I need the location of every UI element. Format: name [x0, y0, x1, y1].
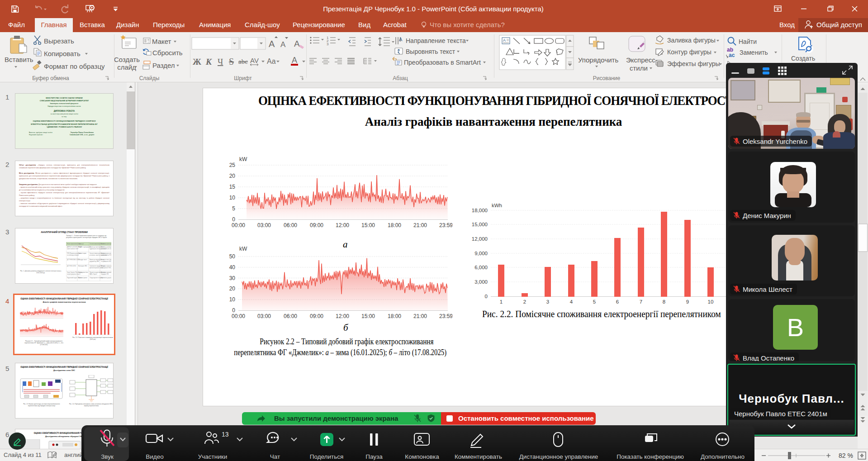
svg-text:та приймання СЕС: та приймання СЕС: [101, 261, 111, 262]
svg-text:Ж: Ж: [193, 57, 201, 67]
svg-text:09:00: 09:00: [310, 222, 323, 228]
svg-text:9,000: 9,000: [474, 251, 488, 256]
svg-text:Законодавча база: Законодавча база: [78, 271, 88, 273]
svg-text:20: 20: [229, 173, 236, 179]
svg-text:Економічна доцільність: Економічна доцільність: [101, 277, 111, 279]
svg-text:18:00: 18:00: [388, 313, 401, 319]
svg-text:10: 10: [708, 299, 714, 304]
svg-text:30: 30: [229, 275, 236, 281]
svg-text:6: 6: [616, 299, 619, 304]
svg-text:Технічні норми: Технічні норми: [78, 252, 86, 254]
svg-text:abc: abc: [238, 58, 248, 65]
svg-text:kWh: kWh: [492, 203, 502, 208]
svg-text:ВДЕ в Україні: ВДЕ в Україні: [90, 273, 97, 275]
svg-text:7: 7: [640, 299, 642, 304]
svg-text:kW: kW: [239, 156, 247, 162]
svg-text:Aa: Aa: [267, 57, 276, 65]
svg-text:10: 10: [229, 195, 236, 201]
svg-text:Презентація ДР Чернобук 1.0 -: Презентація ДР Чернобук 1.0 - PowerPoint…: [323, 5, 544, 13]
svg-text:23:59: 23:59: [439, 313, 452, 319]
svg-text:AV: AV: [250, 57, 259, 64]
svg-text:25: 25: [229, 162, 236, 168]
svg-text:ДСТУ IEC 61724: ДСТУ IEC 61724: [67, 265, 76, 267]
svg-text:ЗУ/ДБН, територіальні: ЗУ/ДБН, територіальні: [78, 246, 91, 248]
svg-text:3: 3: [327, 42, 329, 46]
svg-text:3,000: 3,000: [474, 279, 488, 285]
svg-text:Контроль якості монтажу: Контроль якості монтажу: [101, 259, 111, 261]
svg-text:18,000: 18,000: [472, 208, 488, 213]
svg-text:18:00: 18:00: [388, 222, 401, 228]
svg-text:06:00: 06:00: [284, 313, 297, 319]
svg-text:12:00: 12:00: [336, 222, 349, 228]
svg-text:А: А: [280, 40, 286, 49]
svg-text:12,000: 12,000: [472, 236, 488, 242]
svg-text:ac: ac: [729, 52, 735, 58]
svg-text:0: 0: [232, 216, 235, 223]
svg-text:0: 0: [485, 294, 488, 299]
svg-text:kW: kW: [239, 246, 247, 252]
svg-text:03:00: 03:00: [257, 222, 271, 228]
svg-text:5: 5: [593, 299, 596, 304]
svg-text:12:00: 12:00: [336, 313, 349, 319]
svg-text:К: К: [205, 57, 212, 67]
svg-text:1: 1: [500, 299, 503, 304]
svg-text:2: 2: [523, 299, 526, 304]
svg-text:40: 40: [229, 264, 236, 271]
svg-text:0: 0: [232, 307, 235, 314]
svg-text:20: 20: [229, 285, 236, 292]
svg-text:50: 50: [229, 253, 236, 260]
svg-text:15: 15: [229, 184, 236, 190]
svg-text:15:00: 15:00: [361, 313, 375, 319]
svg-text:схемні рішення ГСЕС: схемні рішення ГСЕС: [101, 254, 111, 256]
svg-text:21:00: 21:00: [413, 313, 427, 319]
svg-text:A: A: [399, 37, 403, 42]
svg-text:15:00: 15:00: [361, 222, 375, 228]
svg-text:тричні кабельні лінії»: тричні кабельні лінії»: [67, 248, 79, 250]
svg-text:82 %: 82 %: [839, 452, 853, 459]
svg-text:06:00: 06:00: [284, 222, 297, 228]
svg-text:ності роботи ГСЕС: ності роботи ГСЕС: [101, 267, 111, 269]
svg-text:Сфера дії: Сфера дії: [78, 243, 84, 245]
svg-text:00:00: 00:00: [232, 313, 245, 319]
svg-text:10: 10: [229, 296, 236, 303]
svg-text:Ч: Ч: [218, 57, 223, 67]
svg-text:ня електроустановок): ня електроустановок): [67, 254, 79, 256]
svg-text:09:00: 09:00: [310, 313, 323, 319]
svg-text:гібридних СЕС: гібридних СЕС: [101, 273, 109, 275]
svg-text:Вимоги до розміщення та: Вимоги до розміщення та: [101, 246, 111, 248]
svg-text:А: А: [294, 39, 300, 48]
svg-text:03:00: 03:00: [257, 313, 271, 319]
svg-text:21:00: 21:00: [413, 222, 427, 228]
svg-text:15,000: 15,000: [472, 222, 488, 227]
svg-text:Фінансові умови: Фінансові умови: [78, 277, 87, 279]
svg-text:Методика оцінки ефектив-: Методика оцінки ефектив-: [101, 265, 111, 267]
svg-text:23:59: 23:59: [439, 222, 452, 228]
svg-text:Стандарт якості: Стандарт якості: [78, 259, 87, 261]
svg-text:Визначає правовий статус: Визначає правовий статус: [101, 271, 111, 273]
svg-text:Вплив на проектування ГСЕС: Вплив на проектування ГСЕС: [101, 243, 111, 245]
svg-text:Моніторинг ФЕС: Моніторинг ФЕС: [78, 265, 87, 267]
svg-text:3: 3: [546, 299, 549, 304]
svg-text:4: 4: [570, 299, 573, 304]
svg-text:безпеки об'єктів генерації: безпеки об'єктів генерації: [101, 248, 111, 250]
svg-text:А: А: [269, 39, 275, 49]
svg-text:00:00: 00:00: [232, 222, 245, 228]
svg-text:Безпосередньо регламентує: Безпосередньо регламентує: [101, 252, 111, 254]
svg-text:S: S: [229, 57, 234, 67]
svg-text:6,000: 6,000: [474, 265, 488, 270]
svg-text:A: A: [503, 38, 506, 43]
svg-text:нативні джерела енергії»: нативні джерела енергії»: [67, 273, 81, 275]
svg-text:документації ФЕС: документації ФЕС: [90, 261, 100, 262]
svg-text:А: А: [292, 56, 297, 65]
svg-text:13: 13: [222, 431, 229, 438]
svg-text:8: 8: [663, 299, 665, 304]
svg-text:5: 5: [232, 205, 235, 212]
svg-text:9: 9: [686, 299, 689, 304]
